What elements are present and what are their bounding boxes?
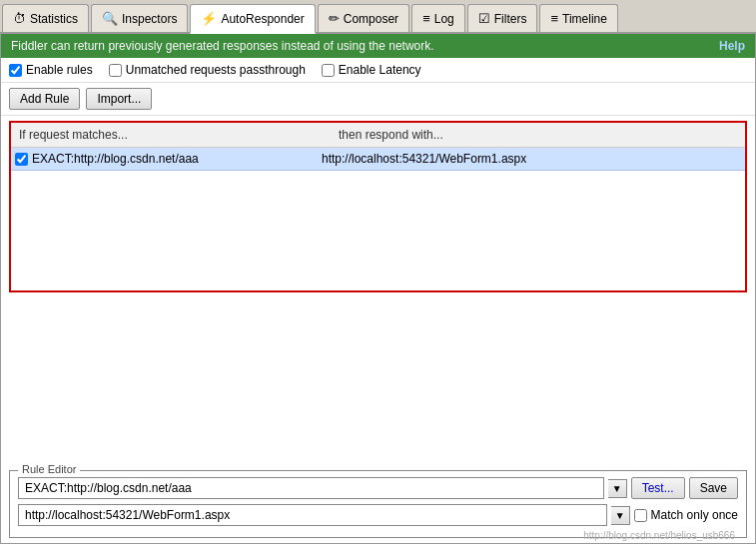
tab-filters-label: Filters — [494, 12, 527, 26]
tab-log[interactable]: ≡ Log — [411, 4, 465, 32]
tab-composer-label: Composer — [344, 12, 398, 26]
composer-icon: ✏ — [329, 11, 340, 26]
enable-latency-checkbox[interactable] — [322, 64, 335, 77]
enable-rules-checkbox[interactable] — [9, 64, 22, 77]
tab-autoresponder-label: AutoResponder — [221, 12, 304, 26]
import-button[interactable]: Import... — [86, 88, 152, 110]
unmatched-passthrough-checkbox[interactable] — [109, 64, 122, 77]
match-only-once-checkbox[interactable] — [634, 509, 647, 522]
enable-rules-checkbox-label[interactable]: Enable rules — [9, 63, 93, 77]
unmatched-passthrough-checkbox-label[interactable]: Unmatched requests passthrough — [109, 63, 306, 77]
editor-respond-row: ▼ Match only once — [18, 504, 738, 526]
rule-respond: http://localhost:54321/WebForm1.aspx — [322, 152, 741, 166]
save-button[interactable]: Save — [689, 477, 738, 499]
controls-row: Enable rules Unmatched requests passthro… — [1, 58, 755, 83]
respond-dropdown-button[interactable]: ▼ — [611, 506, 630, 525]
watermark: http://blog.csdn.net/helios_usb666 — [583, 530, 735, 541]
tab-statistics-label: Statistics — [30, 12, 78, 26]
tab-timeline-label: Timeline — [562, 12, 607, 26]
enable-latency-label: Enable Latency — [339, 63, 421, 77]
rule-match: EXACT:http://blog.csdn.net/aaa — [32, 152, 322, 166]
info-bar-message: Fiddler can return previously generated … — [11, 39, 434, 53]
main-area: Fiddler can return previously generated … — [0, 34, 756, 544]
help-link[interactable]: Help — [719, 39, 745, 53]
tab-inspectors[interactable]: 🔍 Inspectors — [91, 4, 188, 32]
rules-area: If request matches... then respond with.… — [9, 121, 747, 292]
rule-row-checkbox[interactable] — [15, 153, 28, 166]
tab-statistics[interactable]: ⏱ Statistics — [2, 4, 89, 32]
add-rule-button[interactable]: Add Rule — [9, 88, 80, 110]
tab-log-label: Log — [434, 12, 454, 26]
match-dropdown-button[interactable]: ▼ — [608, 479, 627, 498]
match-only-once-label[interactable]: Match only once — [634, 508, 738, 522]
respond-input[interactable] — [18, 504, 607, 526]
table-row[interactable]: EXACT:http://blog.csdn.net/aaa http://lo… — [11, 148, 745, 171]
autoresponder-icon: ⚡ — [201, 11, 217, 26]
tab-bar: ⏱ Statistics 🔍 Inspectors ⚡ AutoResponde… — [0, 0, 756, 34]
inspectors-icon: 🔍 — [102, 11, 118, 26]
tab-autoresponder[interactable]: ⚡ AutoResponder — [190, 4, 315, 34]
col2-header: then respond with... — [331, 126, 451, 144]
buttons-row: Add Rule Import... — [1, 83, 755, 116]
test-button[interactable]: Test... — [631, 477, 685, 499]
statistics-icon: ⏱ — [13, 11, 26, 26]
tab-composer[interactable]: ✏ Composer — [318, 4, 409, 32]
match-only-once-text: Match only once — [651, 508, 738, 522]
spacer — [1, 297, 755, 465]
tab-filters[interactable]: ☑ Filters — [467, 4, 538, 32]
log-icon: ≡ — [422, 11, 430, 26]
rules-header: If request matches... then respond with.… — [11, 123, 745, 148]
unmatched-passthrough-label: Unmatched requests passthrough — [126, 63, 306, 77]
tab-timeline[interactable]: ≡ Timeline — [539, 4, 618, 32]
col1-header: If request matches... — [11, 126, 331, 144]
filters-icon: ☑ — [478, 11, 490, 26]
rules-body: EXACT:http://blog.csdn.net/aaa http://lo… — [11, 148, 745, 290]
tab-inspectors-label: Inspectors — [122, 12, 177, 26]
rule-editor: Rule Editor ▼ Test... Save ▼ Match only … — [9, 470, 747, 538]
rule-editor-label: Rule Editor — [18, 463, 80, 475]
match-input[interactable] — [18, 477, 604, 499]
enable-rules-label: Enable rules — [26, 63, 93, 77]
info-bar: Fiddler can return previously generated … — [1, 34, 755, 58]
editor-match-row: ▼ Test... Save — [18, 477, 738, 499]
enable-latency-checkbox-label[interactable]: Enable Latency — [322, 63, 421, 77]
timeline-icon: ≡ — [550, 11, 558, 26]
